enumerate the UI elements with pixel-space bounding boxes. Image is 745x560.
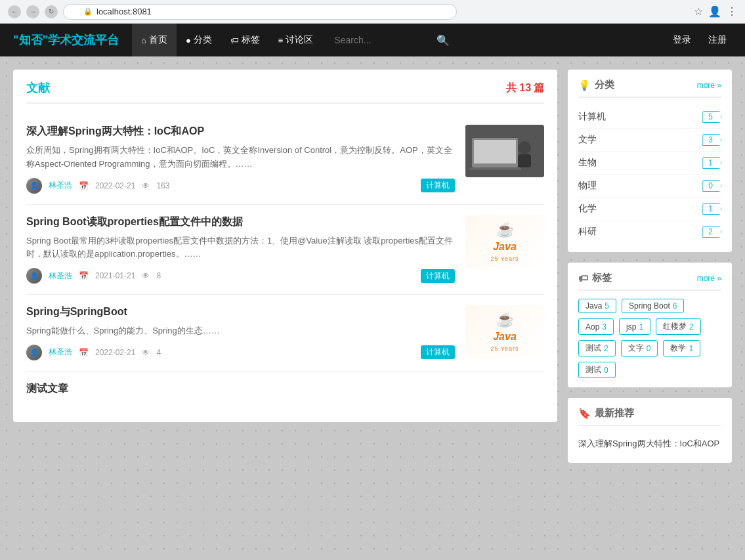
tag-count: 6 xyxy=(673,301,677,311)
article-title[interactable]: 测试文章 xyxy=(26,382,544,396)
register-button[interactable]: 注册 xyxy=(703,32,732,49)
categories-title: 💡 分类 xyxy=(578,79,614,91)
category-item[interactable]: 计算机 5 xyxy=(578,106,721,129)
search-button[interactable]: 🔍 xyxy=(434,32,452,49)
tags-more[interactable]: more » xyxy=(697,274,721,283)
category-count: 0 xyxy=(702,180,721,192)
eye-icon: 👁 xyxy=(142,181,150,190)
category-count: 2 xyxy=(702,226,721,238)
count-suffix: 篇 xyxy=(534,82,544,93)
forum-icon: ≡ xyxy=(278,35,284,45)
nav-tags[interactable]: 🏷 标签 xyxy=(221,24,269,56)
article-date: 2021-01-21 xyxy=(95,271,135,280)
tag-item[interactable]: Java 5 xyxy=(578,299,616,313)
tag-name: 测试 xyxy=(585,364,601,376)
eye-icon: 👁 xyxy=(142,348,150,357)
nav-category-label: 分类 xyxy=(194,34,212,46)
section-count: 共 13 篇 xyxy=(506,81,544,95)
tag-item[interactable]: Spring Boot 6 xyxy=(622,299,684,313)
article-title[interactable]: Spring与SpringBoot xyxy=(26,305,455,319)
tag-name: 测试 xyxy=(585,343,601,354)
category-name: 计算机 xyxy=(578,111,606,123)
back-button[interactable]: ← xyxy=(8,5,21,18)
navbar: "知否"学术交流平台 ⌂ 首页 ● 分类 🏷 标签 ≡ 讨论区 🔍 登录 注册 xyxy=(0,24,745,56)
category-item[interactable]: 物理 0 xyxy=(578,175,721,198)
svg-rect-2 xyxy=(474,140,516,163)
calendar-icon: 📅 xyxy=(79,271,89,280)
forward-button[interactable]: → xyxy=(26,5,39,18)
tag-count: 0 xyxy=(604,366,608,375)
article-title[interactable]: Spring Boot读取properties配置文件中的数据 xyxy=(26,215,455,229)
article-body: Spring与SpringBoot Spring能做什么、Spring的能力、S… xyxy=(26,305,455,360)
nav-forum-label: 讨论区 xyxy=(286,34,313,46)
article-views: 4 xyxy=(156,348,161,357)
category-name: 化学 xyxy=(578,203,597,215)
author-name[interactable]: 林圣浩 xyxy=(49,270,72,282)
thumb-computer-img xyxy=(465,125,544,177)
search-input[interactable] xyxy=(329,32,434,48)
reload-button[interactable]: ↻ xyxy=(45,5,58,18)
article-tag[interactable]: 计算机 xyxy=(421,179,455,192)
tag-item[interactable]: 文字 0 xyxy=(621,340,658,356)
article-item: 深入理解Spring两大特性：IoC和AOP 众所周知，Spring拥有两大特性… xyxy=(26,114,544,205)
category-count: 3 xyxy=(702,134,721,146)
category-item[interactable]: 生物 1 xyxy=(578,152,721,175)
tag-count: 3 xyxy=(602,322,607,332)
tag-item[interactable]: 测试 0 xyxy=(578,362,616,378)
article-body: 测试文章 xyxy=(26,382,544,401)
author-name[interactable]: 林圣浩 xyxy=(49,180,72,191)
tag-count: 1 xyxy=(689,344,693,353)
article-thumbnail: ☕ Java 25 Years xyxy=(465,305,544,358)
categories-card: 💡 分类 more » 计算机 5 文学 3 生物 1 xyxy=(568,70,732,252)
category-name: 科研 xyxy=(578,226,597,238)
tag-item[interactable]: Aop 3 xyxy=(578,318,614,335)
tag-item[interactable]: jsp 1 xyxy=(619,318,650,335)
menu-button[interactable]: ⋮ xyxy=(727,5,737,18)
count-prefix: 共 xyxy=(506,82,517,93)
tag-count: 2 xyxy=(689,322,694,332)
tag-name: 红楼梦 xyxy=(663,321,687,332)
login-button[interactable]: 登录 xyxy=(668,32,696,49)
category-item[interactable]: 文学 3 xyxy=(578,129,721,152)
category-item[interactable]: 化学 1 xyxy=(578,198,721,221)
category-count: 1 xyxy=(702,157,721,169)
address-text: localhost:8081 xyxy=(96,7,152,16)
category-name: 文学 xyxy=(578,134,597,146)
section-title: 文献 xyxy=(26,80,50,96)
category-name: 物理 xyxy=(578,180,597,192)
article-thumbnail xyxy=(465,125,544,177)
recommendation-item[interactable]: 深入理解Spring两大特性：IoC和AOP xyxy=(578,434,721,454)
recommendations-header: 🔖 最新推荐 xyxy=(578,407,721,426)
section-header: 文献 共 13 篇 xyxy=(26,80,544,104)
address-bar[interactable]: 🔒 localhost:8081 xyxy=(63,4,457,20)
calendar-icon: 📅 xyxy=(79,181,89,190)
tag-icon: 🏷 xyxy=(230,35,239,45)
page-background: 文献 共 13 篇 深入理解Spring两大特性：IoC和AOP 众所周知，Sp… xyxy=(0,56,745,560)
tag-item[interactable]: 测试 2 xyxy=(578,340,616,356)
auth-buttons: 登录 注册 xyxy=(668,32,732,49)
article-tag[interactable]: 计算机 xyxy=(421,269,455,283)
article-tag[interactable]: 计算机 xyxy=(421,345,455,359)
profile-button[interactable]: 👤 xyxy=(708,5,721,18)
categories-more[interactable]: more » xyxy=(697,81,721,90)
bookmark-button[interactable]: ☆ xyxy=(694,5,703,18)
tag-name: 文字 xyxy=(628,343,644,354)
recommendations-card: 🔖 最新推荐 深入理解Spring两大特性：IoC和AOP xyxy=(568,398,732,463)
tag-item[interactable]: 红楼梦 2 xyxy=(656,318,701,335)
article-title[interactable]: 深入理解Spring两大特性：IoC和AOP xyxy=(26,125,455,139)
article-excerpt: Spring Boot最常用的3种读取properties配置文件中数据的方法：… xyxy=(26,234,455,262)
avatar: 👤 xyxy=(26,268,42,284)
author-name[interactable]: 林圣浩 xyxy=(49,347,72,358)
article-views: 8 xyxy=(156,271,161,280)
article-item: Spring Boot读取properties配置文件中的数据 Spring B… xyxy=(26,205,544,295)
nav-tags-label: 标签 xyxy=(242,34,260,46)
bookmark-icon: 🔖 xyxy=(578,408,591,420)
tag-item[interactable]: 教学 1 xyxy=(663,340,700,356)
category-item[interactable]: 科研 2 xyxy=(578,221,721,243)
tag-sidebar-icon: 🏷 xyxy=(578,272,588,284)
category-count: 1 xyxy=(702,203,721,215)
nav-category[interactable]: ● 分类 xyxy=(177,24,221,56)
nav-forum[interactable]: ≡ 讨论区 xyxy=(269,24,323,56)
tags-title: 🏷 标签 xyxy=(578,272,612,284)
nav-home[interactable]: ⌂ 首页 xyxy=(132,24,177,56)
